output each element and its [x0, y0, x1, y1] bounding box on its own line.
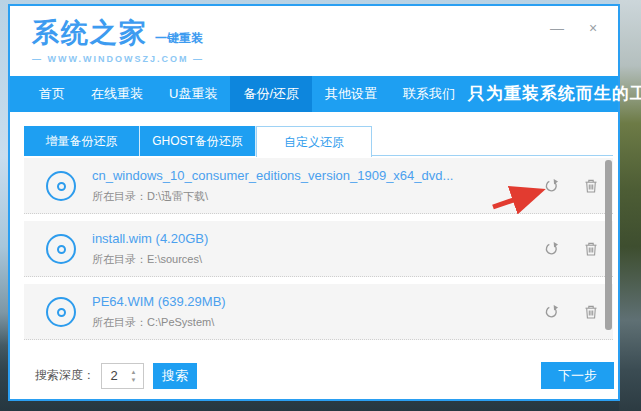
trash-icon[interactable]: [583, 241, 599, 257]
image-file-list: cn_windows_10_consumer_editions_version_…: [24, 158, 613, 347]
minimize-icon[interactable]: —: [546, 18, 568, 38]
trash-icon[interactable]: [583, 304, 599, 320]
search-controls: 搜索深度： ▲ ▼ 搜索: [35, 362, 197, 389]
search-depth-label: 搜索深度：: [35, 367, 95, 384]
trash-icon[interactable]: [583, 178, 599, 194]
disc-icon-dot: [57, 182, 66, 191]
desktop-background: [619, 0, 641, 411]
disc-icon: [46, 297, 76, 327]
row-actions: [543, 158, 599, 213]
list-scrollbar[interactable]: [605, 160, 612, 330]
list-item-title[interactable]: PE64.WIM (639.29MB): [92, 294, 226, 309]
disc-icon: [46, 171, 76, 201]
chevron-down-icon[interactable]: ▼: [126, 377, 141, 383]
directory-path: E:\sources\: [147, 253, 202, 265]
logo-subtitle: 一键重装: [155, 30, 203, 47]
refresh-icon[interactable]: [543, 304, 559, 320]
refresh-icon[interactable]: [543, 178, 559, 194]
tab-bar: 增量备份还原 GHOST备份还原 自定义还原: [24, 126, 613, 156]
directory-label: 所在目录：: [92, 190, 147, 202]
chevron-up-icon[interactable]: ▲: [126, 369, 141, 375]
main-nav: 首页 在线重装 U盘重装 备份/还原 其他设置 联系我们 只为重装系统而生的工具: [10, 76, 618, 112]
tab-custom-restore[interactable]: 自定义还原: [256, 126, 372, 157]
app-header: 系统之家 一键重装 — WWW.WINDOWSZJ.COM — — ×: [10, 6, 618, 76]
disc-icon-dot: [57, 308, 66, 317]
list-item-pe64-wim[interactable]: PE64.WIM (639.29MB) 所在目录：C:\PeSystem\: [24, 284, 613, 340]
search-depth-input[interactable]: [102, 368, 126, 383]
list-item-text: cn_windows_10_consumer_editions_version_…: [92, 168, 453, 204]
search-button[interactable]: 搜索: [153, 363, 197, 389]
list-item-text: PE64.WIM (639.29MB) 所在目录：C:\PeSystem\: [92, 294, 226, 330]
nav-item-usb-reinstall[interactable]: U盘重装: [156, 76, 230, 112]
list-item-title[interactable]: install.wim (4.20GB): [92, 231, 208, 246]
row-actions: [543, 221, 599, 276]
disc-icon-dot: [57, 245, 66, 254]
logo-title: 系统之家: [32, 15, 148, 51]
window-controls: — ×: [546, 18, 604, 38]
app-logo: 系统之家 一键重装 — WWW.WINDOWSZJ.COM —: [32, 15, 204, 64]
list-item-windows10-iso[interactable]: cn_windows_10_consumer_editions_version_…: [24, 158, 613, 214]
nav-item-home[interactable]: 首页: [26, 76, 78, 112]
directory-path: D:\迅雷下载\: [147, 190, 208, 202]
list-item-directory: 所在目录：D:\迅雷下载\: [92, 189, 453, 204]
list-item-directory: 所在目录：E:\sources\: [92, 252, 208, 267]
nav-slogan: 只为重装系统而生的工具: [468, 76, 641, 112]
stepper-arrows: ▲ ▼: [126, 369, 141, 383]
content-area: 增量备份还原 GHOST备份还原 自定义还原 cn_windows_10_con…: [10, 112, 618, 399]
tab-incremental-backup-restore[interactable]: 增量备份还原: [24, 126, 140, 156]
search-depth-stepper: ▲ ▼: [101, 363, 144, 389]
close-icon[interactable]: ×: [582, 18, 604, 38]
app-window: 系统之家 一键重装 — WWW.WINDOWSZJ.COM — — × 首页 在…: [8, 4, 620, 401]
directory-path: C:\PeSystem\: [147, 316, 214, 328]
list-item-text: install.wim (4.20GB) 所在目录：E:\sources\: [92, 231, 208, 267]
disc-icon: [46, 234, 76, 264]
list-item-install-wim[interactable]: install.wim (4.20GB) 所在目录：E:\sources\: [24, 221, 613, 277]
row-actions: [543, 284, 599, 339]
list-item-title[interactable]: cn_windows_10_consumer_editions_version_…: [92, 168, 453, 183]
list-item-directory: 所在目录：C:\PeSystem\: [92, 315, 226, 330]
logo-website: — WWW.WINDOWSZJ.COM —: [32, 54, 204, 64]
directory-label: 所在目录：: [92, 253, 147, 265]
nav-item-contact-us[interactable]: 联系我们: [390, 76, 468, 112]
nav-item-other-settings[interactable]: 其他设置: [312, 76, 390, 112]
refresh-icon[interactable]: [543, 241, 559, 257]
tab-ghost-backup-restore[interactable]: GHOST备份还原: [140, 126, 256, 156]
directory-label: 所在目录：: [92, 316, 147, 328]
next-step-button[interactable]: 下一步: [541, 362, 614, 389]
nav-item-online-reinstall[interactable]: 在线重装: [78, 76, 156, 112]
nav-item-backup-restore[interactable]: 备份/还原: [230, 76, 312, 112]
